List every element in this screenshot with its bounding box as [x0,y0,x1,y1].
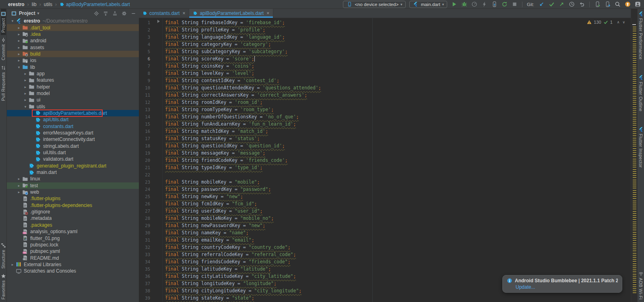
tree-item--idea[interactable]: ▸.idea [7,31,139,37]
chevron-collapsed-icon[interactable]: ▸ [16,46,22,50]
chevron-expanded-icon[interactable]: ▾ [9,19,16,23]
code-line[interactable]: 5final String subCategoryKey = 'subcateg… [139,48,631,55]
hide-panel-icon[interactable] [130,10,136,17]
line-number[interactable]: 30 [139,230,150,235]
prev-issue-icon[interactable]: ∧ [617,20,620,24]
line-number[interactable]: 27 [139,209,150,213]
tree-item--packages[interactable]: .packages [7,222,139,228]
line-number[interactable]: 26 [139,201,150,206]
code-line[interactable]: 6final String scoreKey = 'score'; [139,55,631,62]
line-number[interactable]: 38 [139,288,150,293]
gear-icon[interactable] [121,10,127,17]
code-line[interactable]: 10final String questionAttendedKey = 'qu… [139,84,631,91]
tree-item-apibodyparameterlabels-dart[interactable]: apiBodyParameterLabels.dart [7,110,139,116]
rollback-icon[interactable] [578,1,585,8]
breadcrumb-item[interactable]: erestro [8,2,25,7]
line-number[interactable]: 20 [139,158,150,163]
code-line[interactable]: 35final String latitudeKey = "latitude"; [139,265,631,273]
tree-item-scratches-and-consoles[interactable]: Scratches and Consoles [7,268,139,274]
tree-item--flutter-plugins[interactable]: .flutter-plugins [7,195,139,202]
attach-debugger-icon[interactable] [481,1,487,8]
code-line[interactable]: 19final String messageKey = 'message'; [139,149,631,157]
line-number[interactable]: 17 [139,136,150,141]
line-number[interactable]: 2 [139,27,150,32]
inspection-widget[interactable]: 130 1 ∧ ∨ [587,20,625,25]
stop-icon[interactable] [511,1,518,8]
code-line[interactable]: 9final String contestIdKey = 'contest_id… [139,77,631,84]
line-number[interactable]: 7 [139,64,150,68]
tree-item-internetconnectivity-dart[interactable]: internetConnectivity.dart [7,136,139,143]
breadcrumb-item[interactable]: utils [44,2,52,7]
collapse-all-icon[interactable] [112,10,118,17]
chevron-collapsed-icon[interactable]: ▸ [16,39,22,43]
tree-item-stringlabels-dart[interactable]: stringLabels.dart [7,143,139,149]
tree-item-flutter-01-png[interactable]: flutter_01.png [7,235,139,241]
tree-item-utils[interactable]: ▾utils [7,103,139,110]
code-line[interactable]: 32final String countryCodeKey = "country… [139,244,631,251]
tree-item-ios[interactable]: ▸ios [7,57,139,64]
code-line[interactable]: 28final String mobileNoKey = "mobile_no"… [139,215,631,222]
tree-item-generated-plugin-registrant-dart[interactable]: generated_plugin_registrant.dart [7,163,139,169]
chevron-collapsed-icon[interactable]: ▸ [22,98,29,102]
tree-item-model[interactable]: ▸model [7,90,139,97]
breadcrumb-item[interactable]: lib [32,2,37,7]
tree-item-readme-md[interactable]: MDREADME.md [7,254,139,261]
line-number[interactable]: 33 [139,252,150,257]
chevron-collapsed-icon[interactable]: ▸ [16,184,22,188]
tree-item-errormessagekeys-dart[interactable]: errorMessageKeys.dart [7,130,139,136]
line-number[interactable]: 13 [139,107,150,112]
line-number[interactable]: 31 [139,238,150,242]
code-line[interactable]: 23final String mobileKey = "mobile"; [139,178,631,186]
chevron-collapsed-icon[interactable]: ▸ [16,52,22,56]
tree-item-app[interactable]: ▸app [7,70,139,77]
line-number[interactable]: 36 [139,274,150,279]
code-line[interactable]: 14final String numberOfQuestionsKey = 'n… [139,113,631,120]
line-number[interactable]: 10 [139,85,150,90]
close-tab-icon[interactable]: × [266,10,269,16]
code-line[interactable]: 1final String firebaseIdKey = 'firebase_… [139,19,631,26]
tree-item-test[interactable]: ▸test [7,182,139,189]
tree-item--gitignore[interactable]: .gitignore [7,209,139,215]
code-line[interactable]: 12final String roomIdKey = 'room_id'; [139,99,631,106]
chevron-collapsed-icon[interactable]: ▸ [16,32,22,36]
tree-item-pubspec-lock[interactable]: pubspec.lock [7,242,139,248]
tree-item-features[interactable]: ▸features [7,77,139,83]
line-number[interactable]: 18 [139,143,150,148]
code-line[interactable]: 13final String roomTypeKey = 'room_type'… [139,106,631,113]
chevron-collapsed-icon[interactable]: ▸ [22,85,29,89]
line-number[interactable]: 25 [139,194,150,199]
tool-tab-favorites[interactable]: Favorites [1,271,6,302]
line-number[interactable]: 21 [139,165,150,170]
tree-item-apiutils-dart[interactable]: apiUtils.dart [7,116,139,123]
code-line[interactable]: 15final String funAndLearnKey = 'fun_n_l… [139,120,631,128]
chevron-collapsed-icon[interactable]: ▸ [22,72,29,76]
run-icon[interactable] [451,1,457,8]
expand-all-icon[interactable] [103,10,109,17]
tool-tab-flutter-performance[interactable]: Flutter Performance [638,9,644,62]
line-number[interactable]: 16 [139,129,150,134]
tree-item-constants-dart[interactable]: constants.dart [7,123,139,130]
code-line[interactable]: 39final String stateKey = "state"; [139,294,631,302]
chevron-expanded-icon[interactable]: ▾ [22,105,29,109]
code-line[interactable]: 30final String nameKey = "name"; [139,229,631,236]
line-number[interactable]: 11 [139,93,150,97]
line-number[interactable]: 29 [139,223,150,228]
tree-item-build[interactable]: ▸build [7,51,139,57]
line-number[interactable]: 34 [139,259,150,264]
line-number[interactable]: 9 [139,78,150,83]
code-line[interactable]: 33final String referralCodeKey = "referr… [139,251,631,258]
tree-item--flutter-plugins-dependencies[interactable]: .flutter-plugins-dependencies [7,202,139,209]
code-line[interactable]: 18final String questionIdKey = 'question… [139,142,631,149]
close-tab-icon[interactable]: × [182,10,185,16]
code-line[interactable]: 11final String correctAnswersKey = 'corr… [139,91,631,99]
profile-avatar-icon[interactable] [634,1,641,8]
next-issue-icon[interactable]: ∨ [622,20,625,24]
editor-tab-apibodyparameterlabels-dart[interactable]: apiBodyParameterLabels.dart× [189,8,273,18]
code-line[interactable]: 31final String emailKey = "email"; [139,236,631,244]
code-line[interactable]: 26final String fcmIdKey = "fcm_id"; [139,200,631,207]
line-number[interactable]: 6 [139,56,150,61]
tree-item-lib[interactable]: ▾lib [7,64,139,70]
chevron-collapsed-icon[interactable]: ▸ [16,58,22,62]
tree-item-erestro[interactable]: ▾erestro~/Documents/erestro [7,18,139,24]
profile-icon[interactable] [471,1,477,8]
